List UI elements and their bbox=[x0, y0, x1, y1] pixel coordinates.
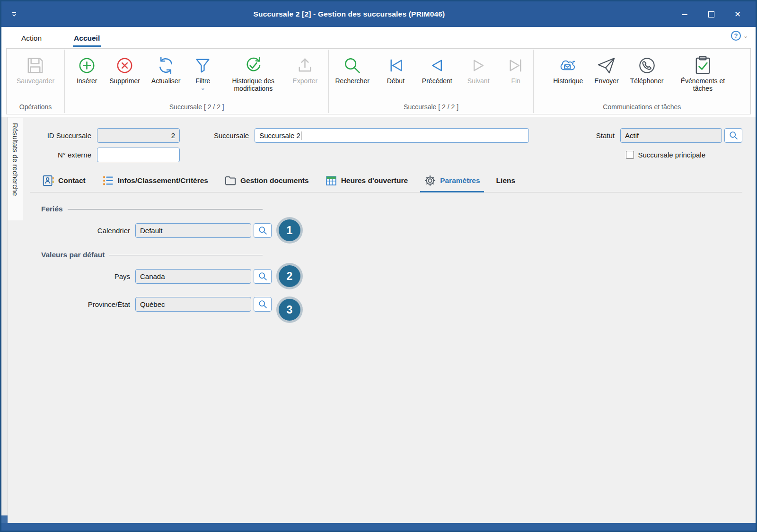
calendrier-field[interactable]: Default bbox=[135, 223, 251, 238]
succursale-name-value: Succursale 2 bbox=[259, 131, 300, 140]
previous-record-button[interactable]: Précédent bbox=[419, 52, 456, 86]
tab-gestion-documents[interactable]: Gestion documents bbox=[223, 172, 310, 192]
pays-label: Pays bbox=[30, 272, 130, 280]
export-label: Exporter bbox=[292, 78, 317, 85]
statusbar bbox=[1, 523, 756, 531]
magnifier-icon bbox=[729, 131, 739, 140]
calendrier-value: Default bbox=[140, 227, 163, 235]
send-label: Envoyer bbox=[594, 78, 618, 85]
statut-field[interactable]: Actif bbox=[620, 128, 722, 143]
pays-field[interactable]: Canada bbox=[135, 269, 251, 284]
quick-access-chevron-icon[interactable] bbox=[1, 11, 27, 17]
province-field[interactable]: Québec bbox=[135, 297, 251, 312]
window-controls: – ✕ bbox=[671, 5, 756, 24]
list-icon bbox=[102, 174, 114, 187]
maximize-button[interactable] bbox=[698, 5, 724, 24]
tab-liens-label: Liens bbox=[496, 176, 515, 185]
refresh-button[interactable]: Actualiser bbox=[148, 52, 184, 86]
insert-button[interactable]: Insérer bbox=[72, 52, 101, 86]
first-record-label: Début bbox=[387, 78, 405, 85]
pays-value: Canada bbox=[140, 272, 165, 280]
succursale-name-field[interactable]: Succursale 2 bbox=[255, 128, 529, 143]
help-control[interactable]: ? ⌄ bbox=[731, 31, 748, 41]
export-button: Exporter bbox=[289, 52, 321, 86]
id-succursale-field[interactable]: 2 bbox=[97, 128, 180, 143]
first-record-icon bbox=[385, 53, 407, 77]
ribbon-group-operations-label: Opérations bbox=[9, 102, 62, 113]
calendrier-lookup-button[interactable] bbox=[254, 223, 272, 238]
filter-button[interactable]: Filtre ⌄ bbox=[188, 52, 217, 91]
rail-splitter-handle[interactable] bbox=[1, 515, 8, 523]
filter-label: Filtre bbox=[195, 78, 210, 85]
save-button: Sauvegarder bbox=[13, 52, 58, 86]
window-title: Succursale 2 [2] - Gestion des succursal… bbox=[27, 10, 671, 18]
id-succursale-label: ID Succursale bbox=[30, 131, 91, 140]
left-rail: Résultats de recherche bbox=[1, 117, 23, 523]
last-record-icon bbox=[505, 53, 527, 77]
externe-label: N° externe bbox=[30, 151, 91, 159]
save-label: Sauvegarder bbox=[17, 78, 54, 85]
section-feries-header: Feriés bbox=[41, 205, 263, 213]
insert-label: Insérer bbox=[77, 78, 97, 85]
ribbon-group-communications: Historique Envoyer Téléphoner bbox=[534, 49, 750, 114]
succursale-principale-checkbox[interactable] bbox=[626, 151, 634, 159]
communication-history-icon bbox=[557, 53, 579, 77]
filter-apply-label: Actualiser bbox=[151, 78, 180, 85]
pays-lookup-button[interactable] bbox=[254, 269, 272, 284]
menu-tab-action[interactable]: Action bbox=[20, 30, 43, 47]
ribbon-group-succursale-nav-label: Succursale [ 2 / 2 ] bbox=[332, 102, 530, 113]
statut-value: Actif bbox=[625, 131, 639, 140]
save-icon bbox=[24, 53, 46, 77]
delete-button[interactable]: Supprimer bbox=[106, 52, 143, 86]
tab-infos-classement-criteres[interactable]: Infos/Classement/Critères bbox=[101, 172, 209, 192]
tab-documents-label: Gestion documents bbox=[240, 176, 309, 185]
search-results-panel-tab[interactable]: Résultats de recherche bbox=[8, 118, 23, 220]
section-feries-title: Feriés bbox=[41, 205, 63, 213]
externe-field[interactable] bbox=[97, 148, 180, 162]
communication-history-button[interactable]: Historique bbox=[550, 52, 586, 86]
annotation-badge-1: 1 bbox=[279, 219, 300, 241]
magnifier-icon bbox=[258, 271, 268, 281]
events-tasks-button[interactable]: Événements et tâches bbox=[671, 52, 734, 93]
first-record-button[interactable]: Début bbox=[381, 52, 410, 86]
refresh-icon bbox=[155, 53, 177, 77]
tab-heures-ouverture[interactable]: Heures d'ouverture bbox=[324, 172, 409, 192]
filter-icon bbox=[192, 53, 214, 77]
ribbon-group-succursale-edit: Insérer Supprimer Actualiser bbox=[65, 49, 328, 114]
schedule-icon bbox=[325, 174, 337, 187]
modification-history-button[interactable]: Historique des modifications bbox=[222, 52, 284, 93]
annotation-badge-2: 2 bbox=[279, 265, 300, 287]
next-record-label: Suivant bbox=[467, 78, 490, 85]
phone-label: Téléphoner bbox=[630, 78, 664, 85]
province-lookup-button[interactable] bbox=[254, 297, 272, 312]
succursale-principale-group[interactable]: Succursale principale bbox=[626, 151, 705, 159]
send-button[interactable]: Envoyer bbox=[591, 52, 622, 86]
tab-parametres[interactable]: Paramètres bbox=[423, 172, 481, 192]
help-icon: ? bbox=[731, 31, 741, 41]
phone-icon bbox=[636, 53, 658, 77]
tab-liens[interactable]: Liens bbox=[495, 174, 516, 190]
rail-splitter[interactable] bbox=[1, 117, 8, 523]
ribbon-zone: Action Accueil ? ⌄ Sauvegarder Opératio bbox=[1, 27, 756, 117]
search-record-button[interactable]: Rechercher bbox=[332, 52, 372, 86]
window-body: Résultats de recherche ID Succursale 2 S… bbox=[1, 117, 756, 523]
menu-tab-accueil[interactable]: Accueil bbox=[73, 30, 101, 47]
magnifier-icon bbox=[258, 226, 268, 235]
tab-contact[interactable]: Contact bbox=[41, 172, 87, 192]
events-tasks-label: Événements et tâches bbox=[675, 78, 731, 92]
statut-label: Statut bbox=[596, 131, 615, 140]
delete-icon bbox=[114, 53, 136, 77]
ribbon-group-succursale-edit-label: Succursale [ 2 / 2 ] bbox=[68, 102, 326, 113]
annotation-badge-3: 3 bbox=[279, 299, 300, 321]
close-button[interactable]: ✕ bbox=[724, 5, 751, 24]
statut-lookup-button[interactable] bbox=[724, 128, 742, 143]
phone-button[interactable]: Téléphoner bbox=[627, 52, 667, 86]
calendrier-row: Calendrier Default 1 bbox=[30, 219, 742, 241]
province-row: Province/État Québec 3 bbox=[30, 293, 742, 315]
form-header: ID Succursale 2 Succursale Succursale 2 … bbox=[30, 128, 742, 162]
filter-dropdown-chevron-icon: ⌄ bbox=[201, 86, 205, 91]
section-valeurs-header: Valeurs par défaut bbox=[41, 251, 263, 259]
minimize-button[interactable]: – bbox=[671, 5, 698, 24]
next-record-icon bbox=[467, 53, 490, 77]
magnifier-icon bbox=[258, 299, 268, 309]
